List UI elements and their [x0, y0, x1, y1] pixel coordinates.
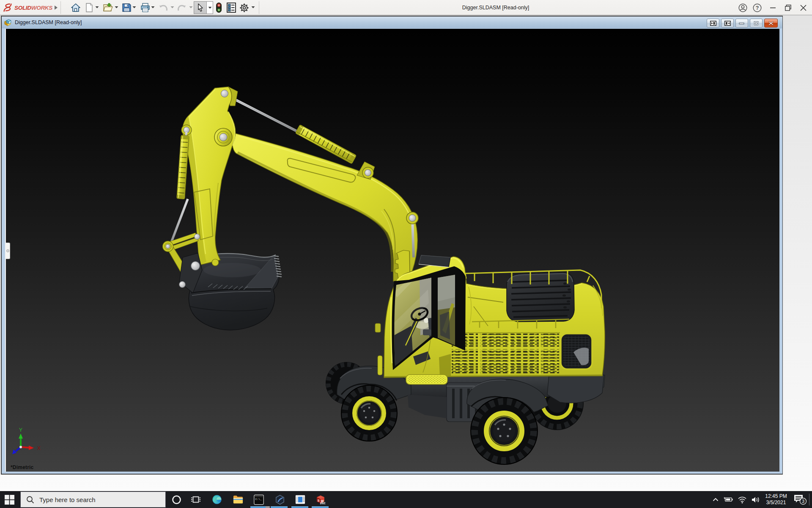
featuremanager-tab-dot: [6, 249, 9, 252]
running-indicator-3dexperience: [271, 506, 288, 508]
select-tool-button[interactable]: [194, 2, 207, 14]
svg-text:S: S: [318, 499, 320, 502]
task-view-button[interactable]: [191, 494, 201, 505]
cortana-button[interactable]: [171, 494, 181, 505]
clock-date: 3/5/2021: [761, 500, 791, 506]
stick-arm: [181, 87, 238, 266]
print-button[interactable]: [140, 3, 150, 13]
reload-status-icon[interactable]: [214, 3, 224, 13]
running-indicator-cmd-extra: [266, 506, 270, 508]
show-desktop-divider[interactable]: [809, 494, 809, 505]
undo-dropdown[interactable]: [170, 6, 174, 9]
grab-handle: [378, 356, 382, 375]
mdi-workspace: Digger.SLDASM [Read-only]: [0, 15, 812, 491]
select-tool-dropdown[interactable]: [207, 2, 213, 14]
triad-y-label: Y: [19, 427, 22, 433]
svg-text:2021: 2021: [320, 501, 326, 505]
battery-icon[interactable]: [724, 495, 733, 504]
document-window-controls: [707, 19, 778, 28]
solidworks-logo: SOLIDWORKS: [3, 0, 52, 15]
clock-time: 12:45 PM: [761, 493, 791, 500]
document-minimize-button[interactable]: [735, 19, 748, 28]
wifi-icon[interactable]: [738, 495, 747, 504]
home-button[interactable]: [71, 3, 81, 13]
running-indicator-solidworks: [312, 506, 329, 508]
command-prompt-icon[interactable]: C:\_: [254, 494, 264, 505]
excavator-model: [6, 29, 779, 472]
side-vents: [451, 333, 560, 374]
solidworks-taskbar-icon[interactable]: S W 2021: [315, 494, 326, 505]
open-button[interactable]: [103, 3, 113, 13]
toolbar-separator-2: [259, 1, 259, 14]
volume-icon[interactable]: [751, 495, 760, 504]
help-button[interactable]: ?: [750, 1, 764, 14]
svg-text:?: ?: [755, 5, 759, 11]
engine-cover: [507, 273, 574, 322]
search-icon: [26, 496, 34, 504]
restore-button[interactable]: [781, 1, 795, 14]
document-window: Digger.SLDASM [Read-only]: [1, 16, 783, 475]
rear-window: [561, 334, 592, 369]
edge-icon[interactable]: [212, 494, 222, 505]
triad-x-label: X: [37, 445, 41, 451]
notifications-button[interactable]: 3: [793, 495, 807, 504]
door-hinge: [375, 323, 381, 332]
svg-text:3: 3: [802, 499, 804, 504]
options-gear-button[interactable]: [239, 3, 249, 13]
save-button[interactable]: [121, 3, 132, 13]
front-right-wheel[interactable]: [471, 398, 538, 464]
bucket-linkage: [163, 233, 203, 293]
taskbar-clock[interactable]: 12:45 PM 3/5/2021: [761, 493, 791, 506]
running-indicator-cmd: [250, 506, 267, 508]
redo-dropdown[interactable]: [189, 6, 193, 9]
taskbar: Type here to search: [0, 491, 812, 508]
undo-button[interactable]: [158, 3, 168, 13]
close-button[interactable]: [796, 1, 810, 14]
view-orientation-label: *Dimetric: [11, 464, 34, 470]
bucket-cylinder: [170, 132, 189, 246]
taskbar-search[interactable]: Type here to search: [20, 491, 166, 508]
assembly-document-icon: [4, 19, 12, 26]
graphics-viewport[interactable]: Y X *Dimetric: [5, 29, 779, 472]
redo-button[interactable]: [177, 3, 187, 13]
app-title: Digger.SLDASM [Read-only]: [431, 0, 560, 15]
3dexperience-icon[interactable]: [275, 494, 285, 505]
new-document-dropdown[interactable]: [95, 6, 99, 9]
document-title: Digger.SLDASM [Read-only]: [15, 19, 82, 25]
running-indicator-system: [291, 506, 308, 508]
bucket: [189, 254, 282, 330]
new-document-button[interactable]: [84, 3, 94, 13]
file-explorer-icon[interactable]: [233, 494, 243, 505]
cab-body-shadow: [439, 354, 451, 377]
file-properties-button[interactable]: [226, 3, 236, 13]
front-left-wheel[interactable]: [341, 385, 397, 441]
minimize-button[interactable]: [766, 1, 780, 14]
system-window-icon[interactable]: [295, 494, 305, 505]
show-left-pane-button[interactable]: [707, 19, 719, 28]
document-close-button[interactable]: [764, 19, 778, 28]
toolbar-separator: [60, 1, 61, 14]
featuremanager-collapsed-tab[interactable]: [6, 243, 10, 259]
save-dropdown[interactable]: [132, 6, 136, 9]
search-placeholder: Type here to search: [39, 496, 96, 503]
options-dropdown[interactable]: [251, 6, 255, 9]
account-button[interactable]: [736, 1, 749, 14]
screen: SOLIDWORKS: [0, 0, 812, 508]
toolbar-flyout-arrow[interactable]: [54, 0, 58, 15]
app-titlebar: SOLIDWORKS: [0, 0, 812, 15]
open-dropdown[interactable]: [115, 6, 118, 9]
step-plate: [406, 375, 447, 384]
document-restore-button[interactable]: [750, 19, 763, 28]
svg-text:C:\_: C:\_: [255, 497, 262, 500]
start-button[interactable]: [4, 494, 15, 507]
select-tool-group: [194, 1, 213, 14]
solidworks-logo-icon: [3, 3, 13, 13]
reference-triad: Y X: [5, 426, 50, 461]
hidden-icons-chevron[interactable]: [711, 495, 720, 504]
solidworks-logo-text: SOLIDWORKS: [14, 5, 52, 11]
show-right-pane-button[interactable]: [721, 19, 734, 28]
print-dropdown[interactable]: [151, 6, 155, 9]
upper-body: [375, 255, 605, 384]
document-titlebar[interactable]: Digger.SLDASM [Read-only]: [2, 17, 782, 28]
